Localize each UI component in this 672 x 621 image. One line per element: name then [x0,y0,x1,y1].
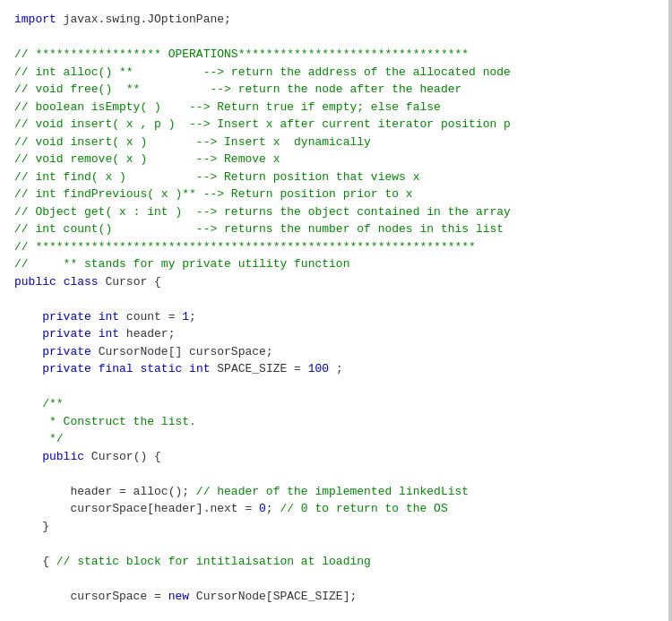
public-keyword-2: public [42,450,84,463]
public-keyword: public [14,275,56,289]
code-content: import javax.swing.JOptionPane; // *****… [14,11,654,621]
private-keyword-1: private [42,310,91,323]
int-keyword-2: int [99,327,119,341]
int-keyword-1: int [99,310,119,323]
private-keyword-2: private [42,327,91,341]
comment-static-block: // static block for intitlaisation at lo… [56,555,371,568]
comment-constructor-javadoc: /** * Construct the list. */ [14,397,196,445]
final-keyword: final [99,362,134,375]
import-keyword: import [14,13,56,26]
new-keyword-1: new [168,590,189,603]
number-0-1: 0 [259,502,266,515]
comment-header: // header of the implemented linkedList [196,485,469,498]
comment-return-os: // 0 to return to the OS [280,502,447,515]
private-keyword-3: private [42,345,91,358]
number-100: 100 [308,362,329,375]
private-keyword-4: private [42,362,91,375]
int-keyword-3: int [189,362,210,375]
comment-operations-header: // ****************** OPERATIONS********… [14,47,511,271]
class-keyword: class [64,275,99,289]
static-keyword: static [140,362,182,375]
number-1: 1 [182,310,189,323]
code-editor: import javax.swing.JOptionPane; // *****… [0,0,672,621]
